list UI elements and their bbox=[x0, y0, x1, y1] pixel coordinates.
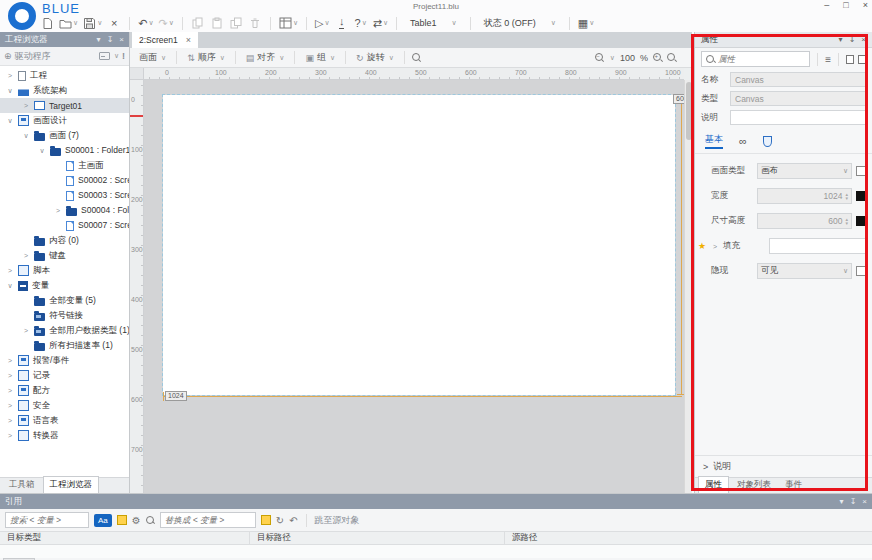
zoom-region-icon[interactable] bbox=[412, 53, 421, 62]
screen-dropdown[interactable]: 画面∨ bbox=[136, 51, 169, 64]
chevron-right-icon[interactable] bbox=[6, 357, 14, 364]
panel-close-icon[interactable]: × bbox=[119, 35, 124, 44]
height-input[interactable]: 600▴▾ bbox=[757, 213, 852, 229]
duplicate-icon[interactable] bbox=[229, 16, 243, 31]
tree-item[interactable]: 变量 bbox=[0, 278, 129, 293]
screen-type-select[interactable]: 画布∨ bbox=[757, 163, 852, 179]
jump-to-source-button[interactable]: 跳至源对象 bbox=[315, 514, 360, 527]
pin-icon[interactable]: ↧ bbox=[849, 35, 856, 44]
redo-icon[interactable]: ↷∨ bbox=[159, 16, 174, 31]
save-icon[interactable]: ∨ bbox=[83, 16, 102, 31]
tree-item[interactable]: S00003 : Screen2 [画布] bbox=[0, 188, 129, 203]
grid-view-icon[interactable]: ▦∨ bbox=[578, 16, 595, 31]
download-icon[interactable]: ↓ bbox=[335, 16, 349, 31]
description-field[interactable] bbox=[730, 110, 866, 125]
tree-item[interactable]: 配方 bbox=[0, 383, 129, 398]
canvas-viewport[interactable]: 600 1024 bbox=[144, 80, 684, 493]
zoom-out-icon[interactable]: − bbox=[595, 53, 604, 62]
chevron-down-icon[interactable] bbox=[6, 117, 14, 125]
chevron-right-icon[interactable] bbox=[22, 327, 30, 334]
chevron-down-icon[interactable] bbox=[38, 147, 46, 155]
visibility-checkbox[interactable] bbox=[856, 266, 866, 276]
copy-properties-icon[interactable] bbox=[846, 55, 854, 64]
chevron-right-icon[interactable] bbox=[54, 207, 62, 214]
tab-close-icon[interactable]: × bbox=[186, 35, 191, 45]
device-icon[interactable] bbox=[99, 52, 110, 60]
column-source-path[interactable]: 源路径 bbox=[505, 532, 872, 544]
chevron-down-icon[interactable] bbox=[22, 132, 30, 140]
column-target-path[interactable]: 目标路径 bbox=[250, 532, 505, 544]
tab-screen1[interactable]: 2:Screen1 × bbox=[132, 32, 198, 48]
panel-close-icon[interactable]: × bbox=[862, 497, 867, 506]
filter-swatch[interactable] bbox=[117, 515, 127, 525]
expand-icon[interactable]: > bbox=[711, 243, 719, 250]
star-icon[interactable]: ★ bbox=[697, 241, 707, 251]
tab-project-browser[interactable]: 工程浏览器 bbox=[43, 476, 100, 493]
name-field[interactable] bbox=[730, 72, 866, 87]
zoom-in-icon[interactable]: + bbox=[653, 53, 662, 62]
paste-icon[interactable] bbox=[210, 16, 224, 31]
tab-events[interactable]: 事件 bbox=[779, 477, 808, 493]
maximize-button[interactable]: □ bbox=[843, 0, 848, 10]
tree-item[interactable]: S00007 : Screen5 [画布] bbox=[0, 218, 129, 233]
close-tab-icon[interactable]: × bbox=[107, 16, 121, 31]
chevron-right-icon[interactable] bbox=[6, 432, 14, 439]
state-selector[interactable]: 状态 0 (OFF)∨ bbox=[479, 16, 561, 31]
close-button[interactable]: × bbox=[863, 0, 868, 10]
chevron-down-icon[interactable] bbox=[6, 282, 14, 290]
new-file-icon[interactable] bbox=[40, 16, 54, 31]
screen-canvas[interactable] bbox=[163, 95, 675, 395]
minimize-button[interactable]: – bbox=[824, 0, 829, 10]
paste-properties-icon[interactable] bbox=[858, 55, 866, 64]
tree-item[interactable]: 转换器 bbox=[0, 428, 129, 443]
tree-item[interactable]: S00004 : Folder2 [栅格] bbox=[0, 203, 129, 218]
zoom-fit-icon[interactable] bbox=[667, 53, 676, 62]
list-view-icon[interactable]: ≡ bbox=[825, 54, 831, 65]
replace-swatch[interactable] bbox=[261, 515, 271, 525]
rotate-dropdown[interactable]: ↻旋转∨ bbox=[353, 51, 397, 64]
tree-item[interactable]: 全部变量 (5) bbox=[0, 293, 129, 308]
chevron-right-icon[interactable] bbox=[22, 252, 30, 259]
width-color-swatch[interactable] bbox=[856, 191, 866, 201]
description-section[interactable]: > 说明 bbox=[695, 455, 872, 477]
tree-item[interactable]: 画面 (7) bbox=[0, 128, 129, 143]
alert-button[interactable]: ! bbox=[122, 51, 125, 61]
tree-item[interactable]: 全部用户数据类型 (1) bbox=[0, 323, 129, 338]
chevron-down-icon[interactable] bbox=[6, 87, 14, 95]
replace-box[interactable] bbox=[160, 512, 256, 528]
open-file-icon[interactable]: ∨ bbox=[59, 16, 78, 31]
undo-icon[interactable]: ↶ bbox=[289, 515, 297, 526]
chevron-right-icon[interactable] bbox=[6, 402, 14, 409]
tab-basic[interactable]: 基本 bbox=[705, 133, 723, 149]
fill-input[interactable] bbox=[769, 238, 866, 254]
undo-icon[interactable]: ↶∨ bbox=[138, 16, 153, 31]
group-dropdown[interactable]: ▣组∨ bbox=[302, 51, 338, 64]
width-input[interactable]: 1024▴▾ bbox=[757, 188, 852, 204]
tree-item[interactable]: 符号链接 bbox=[0, 308, 129, 323]
pin-icon[interactable]: ↧ bbox=[107, 35, 114, 44]
type-field[interactable] bbox=[730, 91, 866, 106]
order-dropdown[interactable]: ⇅顺序∨ bbox=[184, 51, 228, 64]
visibility-select[interactable]: 可见∨ bbox=[757, 263, 852, 279]
search-icon[interactable] bbox=[146, 516, 155, 525]
tree-item[interactable]: S00002 : Screen1 [画布] bbox=[0, 173, 129, 188]
replace-input[interactable] bbox=[165, 515, 251, 525]
panel-menu-icon[interactable]: ▾ bbox=[97, 35, 101, 44]
driver-button[interactable]: 驱动程序 bbox=[15, 50, 51, 63]
refresh-icon[interactable]: ↻ bbox=[276, 515, 284, 526]
tree-item[interactable]: 安全 bbox=[0, 398, 129, 413]
chevron-right-icon[interactable] bbox=[6, 417, 14, 424]
tree-item[interactable]: 画面设计 bbox=[0, 113, 129, 128]
search-box[interactable] bbox=[5, 512, 89, 528]
table-selector[interactable]: Table1∨ bbox=[405, 17, 462, 29]
vertical-scrollbar[interactable] bbox=[684, 80, 692, 493]
chevron-right-icon[interactable] bbox=[6, 72, 14, 79]
zoom-value[interactable]: 100 bbox=[620, 53, 635, 63]
tab-properties[interactable]: 属性 bbox=[698, 476, 729, 493]
app-logo-icon[interactable] bbox=[8, 2, 36, 30]
property-search-box[interactable] bbox=[701, 51, 810, 67]
run-icon[interactable]: ▷∨ bbox=[315, 16, 330, 31]
scrollbar-thumb[interactable] bbox=[686, 82, 692, 140]
panel-menu-icon[interactable]: ▾ bbox=[839, 35, 843, 44]
add-icon[interactable]: ⊕ bbox=[4, 51, 12, 61]
